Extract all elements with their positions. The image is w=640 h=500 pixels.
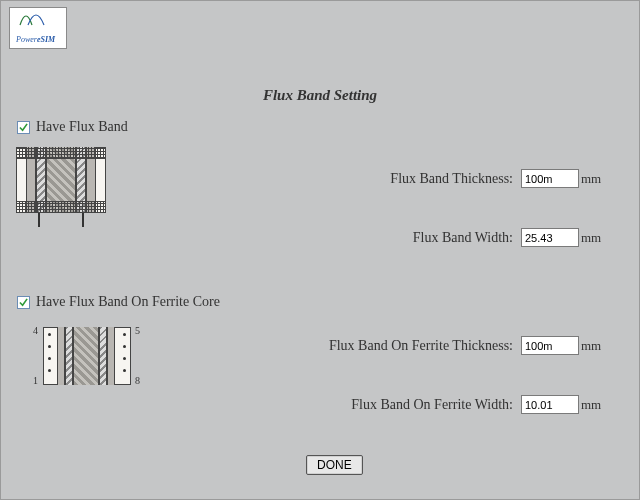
- flux-band-diagram: [16, 143, 106, 228]
- pin-4-label: 4: [33, 325, 38, 336]
- logo-wave-icon: [18, 11, 58, 29]
- flux-band-width-label: Flux Band Width:: [365, 230, 513, 246]
- flux-band-width-row: Flux Band Width: mm: [365, 228, 601, 247]
- have-flux-band-label: Have Flux Band: [36, 119, 128, 135]
- pin-1-label: 1: [33, 375, 38, 386]
- have-flux-band-ferrite-label: Have Flux Band On Ferrite Core: [36, 294, 220, 310]
- flux-band-width-unit: mm: [581, 230, 601, 246]
- have-flux-band-checkbox[interactable]: [17, 121, 30, 134]
- ferrite-thickness-unit: mm: [581, 338, 601, 354]
- ferrite-thickness-input[interactable]: [521, 336, 579, 355]
- ferrite-width-unit: mm: [581, 397, 601, 413]
- have-flux-band-row: Have Flux Band: [17, 119, 128, 135]
- logo-text: PowereSIM: [16, 35, 55, 44]
- flux-band-width-input[interactable]: [521, 228, 579, 247]
- have-flux-band-ferrite-row: Have Flux Band On Ferrite Core: [17, 294, 220, 310]
- check-icon: [19, 298, 28, 307]
- ferrite-thickness-label: Flux Band On Ferrite Thickness:: [307, 338, 513, 354]
- flux-band-ferrite-diagram: 4 5 1 8: [27, 321, 147, 393]
- page-title: Flux Band Setting: [263, 87, 377, 104]
- flux-band-thickness-input[interactable]: [521, 169, 579, 188]
- ferrite-width-row: Flux Band On Ferrite Width: mm: [307, 395, 601, 414]
- ferrite-thickness-row: Flux Band On Ferrite Thickness: mm: [307, 336, 601, 355]
- pin-5-label: 5: [135, 325, 140, 336]
- flux-band-thickness-unit: mm: [581, 171, 601, 187]
- done-button[interactable]: DONE: [306, 455, 363, 475]
- have-flux-band-ferrite-checkbox[interactable]: [17, 296, 30, 309]
- check-icon: [19, 123, 28, 132]
- logo: PowereSIM: [9, 7, 67, 49]
- pin-8-label: 8: [135, 375, 140, 386]
- flux-band-thickness-row: Flux Band Thickness: mm: [365, 169, 601, 188]
- ferrite-width-input[interactable]: [521, 395, 579, 414]
- flux-band-thickness-label: Flux Band Thickness:: [365, 171, 513, 187]
- ferrite-width-label: Flux Band On Ferrite Width:: [307, 397, 513, 413]
